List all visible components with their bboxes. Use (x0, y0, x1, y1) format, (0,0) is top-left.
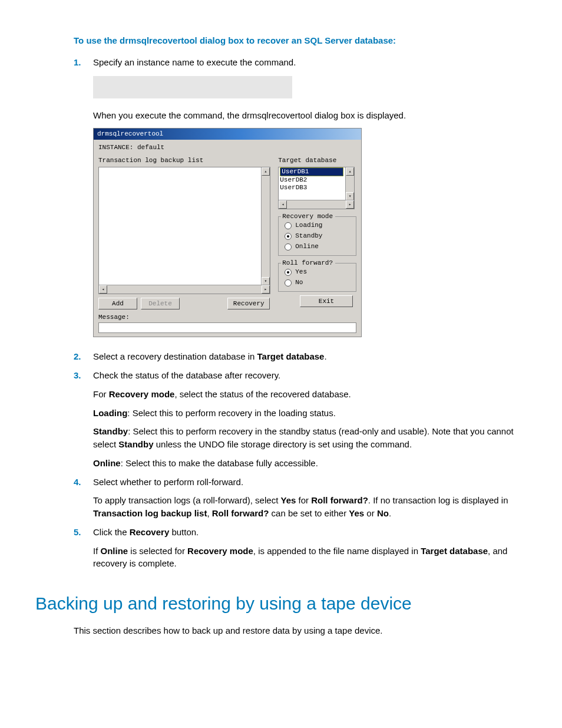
document-page: To use the drmsqlrecovertool dialog box … (0, 0, 562, 728)
ordered-steps: 1. Specify an instance name to execute t… (74, 56, 521, 570)
radio-no[interactable]: No (285, 278, 353, 288)
recovery-mode-group: Recovery mode Loading Standby Online (278, 216, 356, 256)
step-para: To apply transaction logs (a roll-forwar… (93, 494, 521, 520)
radio-online[interactable]: Online (285, 242, 353, 252)
message-label: Message: (98, 313, 356, 322)
drmsqlrecovertool-dialog: drmsqlrecovertool INSTANCE: default Tran… (93, 128, 362, 338)
roll-forward-group: Roll forward? Yes No (278, 263, 356, 292)
step-1: 1. Specify an instance name to execute t… (74, 56, 521, 337)
step-2: 2. Select a recovery destination databas… (74, 350, 521, 363)
code-block (93, 76, 292, 98)
target-db-item[interactable]: UserDB3 (279, 184, 354, 192)
scrollbar-vertical[interactable]: ▴ ▾ (345, 167, 354, 200)
scrollbar-vertical[interactable]: ▴ ▾ (261, 167, 270, 285)
txlog-label: Transaction log backup list (98, 156, 273, 166)
step-number: 3. (74, 369, 81, 382)
procedure-heading: To use the drmsqlrecovertool dialog box … (74, 35, 521, 45)
scrollbar-horizontal[interactable]: ◂ ▸ (99, 285, 270, 294)
radio-yes[interactable]: Yes (285, 268, 353, 277)
radio-loading[interactable]: Loading (285, 221, 353, 230)
step-para: Online: Select this to make the database… (93, 457, 521, 470)
step-number: 1. (74, 56, 81, 69)
scroll-down-icon[interactable]: ▾ (346, 192, 354, 200)
dialog-titlebar: drmsqlrecovertool (94, 129, 361, 140)
step-para: If Online is selected for Recovery mode,… (93, 545, 521, 571)
scroll-left-icon[interactable]: ◂ (99, 285, 107, 294)
scroll-down-icon[interactable]: ▾ (262, 277, 270, 285)
step-number: 4. (74, 476, 81, 489)
txlog-listbox[interactable]: ▴ ▾ ◂ ▸ (98, 167, 270, 294)
step-para: Loading: Select this to perform recovery… (93, 407, 521, 420)
target-db-listbox[interactable]: UserDB1 UserDB2 UserDB3 ▴ ▾ ◂ ▸ (278, 167, 355, 209)
section-description: This section describes how to back up an… (74, 624, 521, 638)
step-para: When you execute the command, the drmsql… (93, 109, 521, 122)
scroll-right-icon[interactable]: ▸ (262, 285, 270, 294)
step-3: 3. Check the status of the database afte… (74, 369, 521, 470)
instance-label: INSTANCE: default (98, 143, 356, 153)
step-para: For Recovery mode, select the status of … (93, 388, 521, 401)
step-number: 5. (74, 526, 81, 539)
exit-button[interactable]: Exit (300, 295, 353, 307)
scroll-right-icon[interactable]: ▸ (346, 200, 354, 209)
scroll-left-icon[interactable]: ◂ (279, 200, 287, 209)
radio-standby[interactable]: Standby (285, 232, 353, 241)
step-number: 2. (74, 350, 81, 363)
delete-button[interactable]: Delete (141, 298, 180, 309)
step-4: 4. Select whether to perform roll-forwar… (74, 476, 521, 520)
scroll-up-icon[interactable]: ▴ (346, 167, 354, 176)
step-5: 5. Click the Recovery button. If Online … (74, 526, 521, 570)
target-db-item[interactable]: UserDB2 (279, 176, 354, 184)
target-db-label: Target database (278, 156, 356, 166)
scrollbar-horizontal[interactable]: ◂ ▸ (279, 200, 354, 209)
scroll-up-icon[interactable]: ▴ (262, 167, 270, 176)
step-text: Specify an instance name to execute the … (93, 57, 296, 67)
section-heading: Backing up and restoring by using a tape… (35, 594, 521, 614)
target-db-item-selected[interactable]: UserDB1 (279, 167, 354, 176)
add-button[interactable]: Add (98, 298, 137, 309)
message-box (98, 322, 356, 333)
recovery-button[interactable]: Recovery (227, 298, 270, 309)
step-para: Standby: Select this to perform recovery… (93, 425, 521, 451)
dialog-body: INSTANCE: default Transaction log backup… (94, 140, 361, 337)
